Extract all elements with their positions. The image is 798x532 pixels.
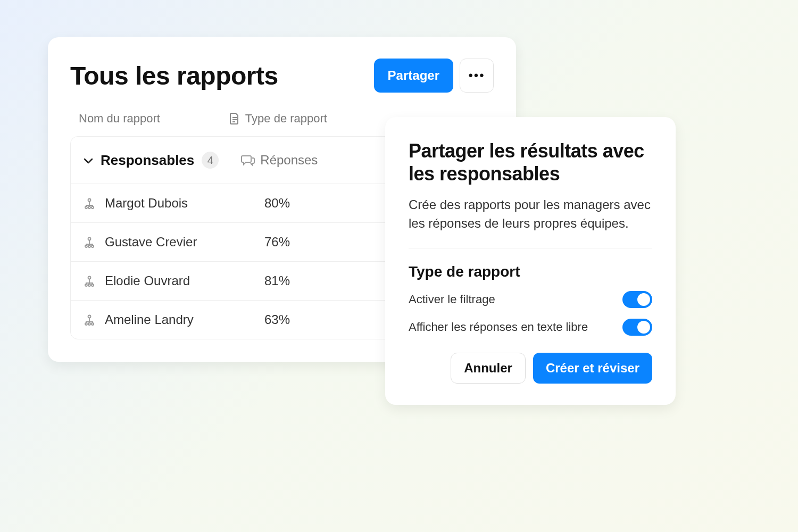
svg-point-11 (92, 284, 94, 286)
dialog-title: Partager les résultats avec les responsa… (409, 139, 652, 185)
svg-point-15 (92, 323, 94, 325)
dialog-actions: Annuler Créer et réviser (409, 353, 652, 384)
share-button[interactable]: Partager (374, 59, 453, 93)
svg-point-10 (88, 284, 90, 286)
column-type-header: Type de rapport (229, 112, 327, 126)
row-value: 63% (264, 312, 290, 327)
svg-point-3 (92, 206, 94, 209)
toggle-filtering[interactable] (622, 291, 652, 308)
svg-point-6 (88, 245, 90, 247)
column-name-header: Nom du rapport (79, 112, 160, 126)
toggle-row-filtering: Activer le filtrage (409, 291, 652, 308)
column-type-label: Type de rapport (245, 112, 327, 126)
toggle-label-filtering: Activer le filtrage (409, 293, 495, 306)
responses-label: Réponses (260, 153, 318, 168)
hierarchy-icon (84, 275, 95, 287)
svg-point-12 (88, 315, 91, 318)
submit-button[interactable]: Créer et réviser (533, 353, 652, 384)
group-title: Responsables (101, 152, 194, 169)
toggle-freetext[interactable] (622, 319, 652, 336)
toggle-label-freetext: Afficher les réponses en texte libre (409, 320, 588, 334)
dialog-description: Crée des rapports pour les managers avec… (409, 196, 652, 248)
row-name: Gustave Crevier (105, 235, 264, 250)
document-icon (229, 112, 240, 125)
svg-point-2 (88, 206, 90, 209)
header-actions: Partager ••• (374, 59, 494, 93)
row-value: 81% (264, 273, 290, 288)
svg-point-9 (85, 284, 87, 286)
hierarchy-icon (84, 314, 95, 326)
responses-column: Réponses (241, 153, 318, 168)
svg-point-5 (85, 245, 87, 247)
row-value: 76% (264, 235, 290, 250)
row-name: Margot Dubois (105, 196, 264, 211)
row-name: Ameline Landry (105, 312, 264, 327)
page-title: Tous les rapports (70, 61, 278, 90)
svg-point-8 (88, 277, 91, 279)
section-title: Type de rapport (409, 263, 652, 280)
row-name: Elodie Ouvrard (105, 273, 264, 288)
column-name-label: Nom du rapport (79, 112, 160, 126)
cancel-button[interactable]: Annuler (451, 353, 526, 384)
svg-point-1 (85, 206, 87, 209)
svg-point-14 (88, 323, 90, 325)
count-badge: 4 (202, 152, 219, 169)
chat-icon (241, 154, 255, 167)
svg-point-0 (88, 199, 91, 202)
hierarchy-icon (84, 197, 95, 209)
more-button[interactable]: ••• (460, 59, 494, 93)
svg-point-4 (88, 238, 91, 240)
hierarchy-icon (84, 236, 95, 248)
svg-point-13 (85, 323, 87, 325)
svg-point-7 (92, 245, 94, 247)
share-dialog: Partager les résultats avec les responsa… (385, 117, 676, 405)
toggle-row-freetext: Afficher les réponses en texte libre (409, 319, 652, 336)
dots-icon: ••• (468, 68, 485, 82)
row-value: 80% (264, 196, 290, 211)
chevron-down-icon (84, 154, 93, 167)
page-header: Tous les rapports Partager ••• (70, 59, 494, 93)
